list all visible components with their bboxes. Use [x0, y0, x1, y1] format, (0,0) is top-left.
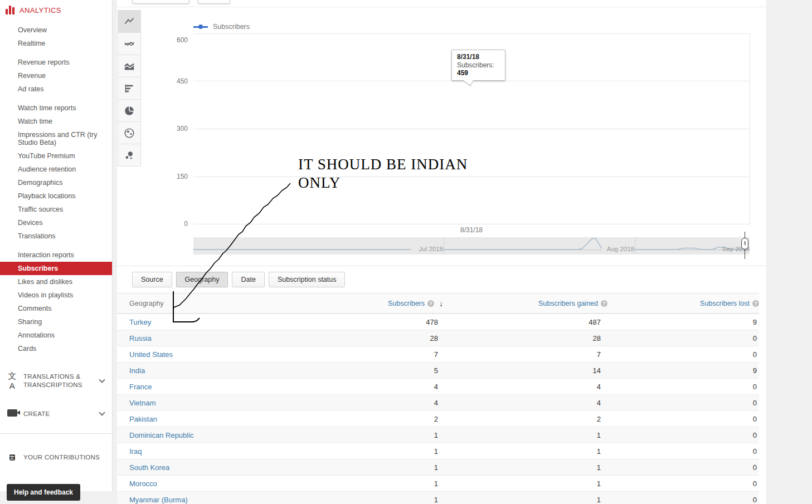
subscribers-value: 4 — [309, 383, 443, 391]
sidebar-item-subscribers[interactable]: Subscribers — [0, 262, 112, 275]
country-link[interactable]: Iraq — [117, 447, 309, 456]
sidebar-item-realtime[interactable]: Realtime — [0, 37, 112, 50]
handwritten-annotation-text: IT SHOULD BE INDIAN ONLY — [298, 155, 468, 192]
country-link[interactable]: Myanmar (Burma) — [117, 496, 309, 504]
help-icon[interactable]: ? — [752, 300, 759, 307]
subscribers-value: 1 — [309, 447, 443, 456]
sidebar-item-impressions-and-ctr-try-studio-beta[interactable]: Impressions and CTR (try Studio Beta) — [0, 128, 112, 149]
sidebar-item-likes-and-dislikes[interactable]: Likes and dislikes — [0, 275, 112, 288]
chart-type-rail — [118, 10, 142, 167]
toolbar-button-cutoff[interactable] — [198, 0, 230, 4]
sidebar-item-interaction-reports[interactable]: Interaction reports — [0, 248, 112, 262]
timeline-minimap[interactable]: Jul 2018 Aug 2018 Sep 2018 ‖ — [193, 237, 750, 255]
sidebar-divider — [0, 433, 112, 434]
y-tick-450: 450 — [167, 77, 188, 85]
tab-date[interactable]: Date — [232, 272, 264, 287]
line-chart-icon-button[interactable] — [118, 10, 141, 33]
sidebar-item-overview[interactable]: Overview — [0, 23, 112, 37]
chart-tooltip: 8/31/18 Subscribers: 459 — [451, 50, 505, 81]
geo-map-icon-button[interactable] — [118, 121, 141, 144]
subscribers-gained-value: 1 — [443, 447, 607, 456]
sort-descending-icon[interactable]: ↓ — [439, 299, 443, 308]
sidebar-item-watch-time-reports[interactable]: Watch time reports — [0, 101, 112, 115]
subscribers-value: 4 — [309, 399, 443, 407]
subscribers-gained-value: 2 — [443, 415, 607, 423]
sidebar-item-sharing[interactable]: Sharing — [0, 315, 112, 329]
help-and-feedback-button[interactable]: Help and feedback — [7, 484, 80, 501]
sidebar-item-label: Realtime — [18, 40, 45, 47]
breakdown-tabs: Source Geography Date Subscription statu… — [117, 266, 766, 290]
sidebar-item-ad-rates[interactable]: Ad rates — [0, 82, 112, 96]
bar-chart-icon-button[interactable] — [118, 77, 141, 100]
chevron-down-icon — [99, 409, 105, 415]
sidebar-item-audience-retention[interactable]: Audience retention — [0, 163, 112, 176]
sidebar-item-demographics[interactable]: Demographics — [0, 176, 112, 189]
sidebar-item-your-contributions[interactable]: 文 YOUR CONTRIBUTIONS — [0, 448, 112, 466]
sidebar-item-revenue[interactable]: Revenue — [0, 69, 112, 82]
sidebar-item-youtube-premium[interactable]: YouTube Premium — [0, 149, 112, 163]
sidebar-item-traffic-sources[interactable]: Traffic sources — [0, 203, 112, 216]
sidebar-item-annotations[interactable]: Annotations — [0, 329, 112, 342]
subscribers-lost-value: 0 — [607, 463, 759, 472]
table-row-dominican-republic: Dominican Republic 1 1 0 — [117, 427, 759, 443]
sidebar-item-playback-locations[interactable]: Playback locations — [0, 189, 112, 203]
help-icon[interactable]: ? — [427, 300, 434, 307]
country-link[interactable]: Vietnam — [117, 399, 309, 407]
country-link[interactable]: Russia — [117, 334, 309, 342]
subscribers-lost-value: 9 — [607, 366, 759, 375]
compare-lines-icon-button[interactable] — [118, 32, 141, 55]
gridline — [193, 129, 750, 129]
tab-geography[interactable]: Geography — [176, 272, 228, 287]
column-header-subscribers-gained[interactable]: Subscribers gained? — [443, 300, 607, 307]
sidebar-menu: Overview Realtime Revenue reports Revenu… — [0, 19, 112, 355]
subscribers-gained-value: 4 — [443, 383, 607, 391]
sidebar-item-devices[interactable]: Devices — [0, 216, 112, 229]
table-row-united-states: United States 7 7 0 — [117, 346, 759, 362]
sidebar-item-cards[interactable]: Cards — [0, 342, 112, 355]
sidebar-item-revenue-reports[interactable]: Revenue reports — [0, 56, 112, 69]
sidebar-item-create[interactable]: CREATE — [0, 405, 112, 422]
sidebar-item-label: Revenue reports — [18, 58, 69, 66]
translations-label: TRANSLATIONS & TRANSCRIPTIONS — [23, 373, 96, 389]
country-link[interactable]: Pakistan — [117, 415, 309, 423]
help-icon[interactable]: ? — [601, 300, 607, 307]
geography-table: Geography Subscribers?↓ Subscribers gain… — [117, 293, 766, 504]
sidebar-item-label: Demographics — [18, 179, 63, 187]
pie-chart-icon-button[interactable] — [118, 99, 141, 122]
top-toolbar-strip — [117, 0, 766, 7]
sidebar-item-translations[interactable]: Translations — [0, 229, 112, 243]
stacked-area-icon — [123, 60, 135, 72]
country-link[interactable]: France — [117, 383, 309, 391]
table-row-india: India 5 14 9 — [117, 362, 759, 378]
country-link[interactable]: South Korea — [117, 463, 309, 472]
subscribers-value: 5 — [309, 366, 443, 375]
country-link[interactable]: India — [117, 366, 309, 375]
x-axis-date-label: 8/31/18 — [444, 226, 499, 234]
table-row-russia: Russia 28 28 0 — [117, 330, 759, 346]
country-link[interactable]: Turkey — [117, 318, 309, 326]
tab-source[interactable]: Source — [132, 272, 172, 287]
contributions-translate-icon: 文 — [9, 454, 15, 461]
sidebar-item-label: Likes and dislikes — [18, 278, 72, 286]
range-slider-handle[interactable]: ‖ — [741, 238, 748, 249]
sidebar-item-label: Interaction reports — [18, 251, 74, 259]
bubble-chart-icon — [123, 149, 135, 162]
sidebar-item-watch-time[interactable]: Watch time — [0, 115, 112, 128]
sidebar-item-comments[interactable]: Comments — [0, 302, 112, 315]
table-row-turkey: Turkey 478 487 9 — [117, 314, 759, 330]
sidebar-item-videos-in-playlists[interactable]: Videos in playlists — [0, 288, 112, 302]
tab-subscription-status[interactable]: Subscription status — [269, 272, 346, 287]
sidebar-item-label: Sharing — [18, 318, 42, 326]
country-link[interactable]: Morocco — [117, 479, 309, 488]
gridline — [193, 224, 750, 224]
sidebar-item-translations-transcriptions[interactable]: 文A TRANSLATIONS & TRANSCRIPTIONS — [0, 368, 112, 394]
analytics-section-header[interactable]: ANALYTICS — [0, 0, 112, 19]
y-tick-300: 300 — [167, 125, 188, 133]
country-link[interactable]: Dominican Republic — [117, 431, 309, 439]
country-link[interactable]: United States — [117, 350, 309, 359]
stacked-area-icon-button[interactable] — [118, 55, 141, 77]
bubble-chart-icon-button[interactable] — [118, 144, 141, 167]
date-range-control-cutoff[interactable] — [132, 0, 189, 4]
column-header-subscribers[interactable]: Subscribers?↓ — [309, 299, 443, 308]
column-header-subscribers-lost[interactable]: Subscribers lost? — [607, 300, 759, 307]
